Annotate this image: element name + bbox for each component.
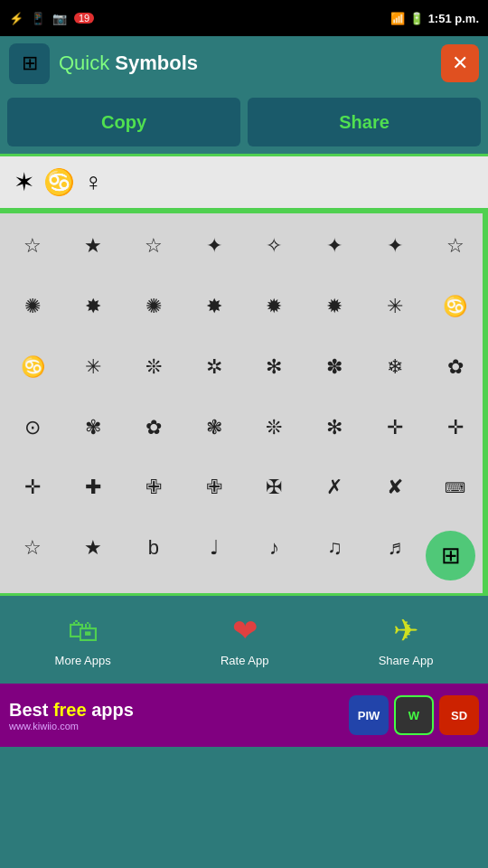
list-item[interactable]: ✸ <box>64 278 123 336</box>
list-item[interactable]: ❊ <box>125 338 183 397</box>
share-app-label: Share App <box>379 654 434 667</box>
list-item[interactable]: ♫ <box>305 519 364 578</box>
list-item[interactable]: ✻ <box>305 398 364 457</box>
list-item[interactable]: ♋ <box>426 278 484 336</box>
list-item[interactable]: ⌨ <box>426 458 484 517</box>
list-item[interactable]: ✠ <box>245 458 304 517</box>
symbol-preview: ✶ ♋ ♀ <box>0 154 488 208</box>
list-item[interactable]: ♬ <box>366 519 425 578</box>
list-item[interactable]: ★ <box>64 217 123 276</box>
list-item[interactable]: ✛ <box>4 458 62 517</box>
banner-text: Best free apps www.kiwiio.com <box>9 700 134 731</box>
preview-symbol-1: ✶ <box>14 167 34 197</box>
list-item[interactable]: ✸ <box>245 580 304 594</box>
list-item[interactable]: ✻ <box>245 338 304 397</box>
app-icon-symbol: ⊞ <box>22 52 38 75</box>
symbol-grid[interactable]: ☆ ★ ☆ ✦ ✧ ✦ ✦ ☆ ✺ ✸ ✺ ✸ ✹ ✹ ✳ ♋ ♋ ✳ ❊ ✲ … <box>0 213 488 593</box>
list-item[interactable]: ♋ <box>4 338 62 397</box>
time-display: 1:51 p.m. <box>428 12 479 25</box>
close-icon: ✕ <box>452 52 468 75</box>
symbol-grid-wrapper: ☆ ★ ☆ ✦ ✧ ✦ ✦ ☆ ✺ ✸ ✺ ✸ ✹ ✹ ✳ ♋ ♋ ✳ ❊ ✲ … <box>0 213 488 593</box>
list-item[interactable]: ☆ <box>426 217 484 276</box>
signal-icon: 📶 <box>390 12 405 25</box>
list-item[interactable]: ✸ <box>305 580 364 594</box>
share-button[interactable]: Share <box>248 98 481 146</box>
status-right: 📶 🔋 1:51 p.m. <box>390 12 479 25</box>
banner-main-text: Best free apps <box>9 700 134 721</box>
banner-app-sd[interactable]: SD <box>439 695 479 735</box>
list-item[interactable]: ✳ <box>64 338 123 397</box>
bottom-nav: 🛍 More Apps ❤ Rate App ✈ Share App <box>0 593 488 684</box>
scrollbar[interactable] <box>483 213 488 593</box>
list-item[interactable]: ✦ <box>184 217 243 276</box>
list-item[interactable]: ✗ <box>305 458 364 517</box>
list-item[interactable]: ✽ <box>305 338 364 397</box>
banner-app-piw[interactable]: PIW <box>349 695 389 735</box>
list-item[interactable]: ☆ <box>4 519 62 578</box>
title-quick: Quick <box>59 52 109 74</box>
list-item[interactable]: ❊ <box>245 398 304 457</box>
list-item[interactable]: ✶ <box>125 580 183 594</box>
list-item[interactable]: ✙ <box>125 458 183 517</box>
list-item[interactable]: ☆ <box>125 217 183 276</box>
list-item[interactable]: ✚ <box>64 458 123 517</box>
list-item[interactable]: ♪ <box>245 519 304 578</box>
battery-icon: 🔋 <box>409 12 424 25</box>
copy-button[interactable]: Copy <box>7 98 240 146</box>
banner-apps: apps <box>91 700 134 720</box>
header-left: ⊞ Quick Symbols <box>9 43 198 84</box>
banner-icons: PIW W SD <box>349 695 479 735</box>
list-item[interactable]: ✺ <box>4 278 62 336</box>
list-item[interactable]: ✿ <box>426 338 484 397</box>
preview-symbol-2: ♋ <box>43 167 75 197</box>
banner-sub-text: www.kiwiio.com <box>9 721 134 731</box>
share-app-button[interactable]: ✈ Share App <box>379 612 434 667</box>
banner-app-w[interactable]: W <box>394 695 434 735</box>
preview-symbol-3: ♀ <box>84 168 103 197</box>
plane-icon: ✈ <box>393 612 418 648</box>
app-icon: ⊞ <box>9 43 50 84</box>
list-item[interactable]: ✹ <box>245 278 304 336</box>
rate-app-label: Rate App <box>221 654 269 667</box>
list-item[interactable]: ✸ <box>184 278 243 336</box>
list-item[interactable]: ❃ <box>184 398 243 457</box>
list-item[interactable]: ☆ <box>4 217 62 276</box>
list-item[interactable]: ✸ <box>426 580 484 594</box>
status-bar: ⚡ 📱 📷 19 📶 🔋 1:51 p.m. <box>0 0 488 36</box>
list-item[interactable]: ✶ <box>64 580 123 594</box>
title-symbols: Symbols <box>109 52 198 74</box>
list-item[interactable]: b <box>125 519 183 578</box>
list-item[interactable]: ❄ <box>366 338 425 397</box>
list-item[interactable]: ✧ <box>245 217 304 276</box>
close-button[interactable]: ✕ <box>441 44 479 82</box>
banner-best: Best <box>9 700 53 720</box>
list-item[interactable]: ✙ <box>184 458 243 517</box>
list-item[interactable]: ✛ <box>366 398 425 457</box>
list-item[interactable]: ✿ <box>125 398 183 457</box>
banner[interactable]: Best free apps www.kiwiio.com PIW W SD <box>0 684 488 747</box>
list-item[interactable]: ✹ <box>305 278 364 336</box>
list-item[interactable]: ✘ <box>366 458 425 517</box>
list-item[interactable]: ✴ <box>4 580 62 594</box>
list-item[interactable]: ⊙ <box>4 398 62 457</box>
keyboard-icon: ⊞ <box>441 542 461 570</box>
sim-icon: 📱 <box>31 12 45 25</box>
list-item[interactable]: ★ <box>64 519 123 578</box>
list-item[interactable]: ✾ <box>64 398 123 457</box>
list-item[interactable]: ✦ <box>366 217 425 276</box>
list-item[interactable]: ✦ <box>305 217 364 276</box>
rate-app-button[interactable]: ❤ Rate App <box>221 612 269 667</box>
list-item[interactable]: ♩ <box>184 519 243 578</box>
buttons-row: Copy Share <box>0 90 488 154</box>
list-item[interactable]: ✳ <box>366 278 425 336</box>
list-item[interactable]: ✸ <box>366 580 425 594</box>
list-item[interactable]: ✲ <box>184 338 243 397</box>
keyboard-overlay-button[interactable]: ⊞ <box>426 531 475 580</box>
notification-badge: 19 <box>74 13 94 24</box>
more-apps-button[interactable]: 🛍 More Apps <box>55 613 111 667</box>
list-item[interactable]: ✶ <box>184 580 243 594</box>
list-item[interactable]: ✺ <box>125 278 183 336</box>
list-item[interactable]: ✛ <box>426 398 484 457</box>
banner-free: free <box>53 700 91 720</box>
header: ⊞ Quick Symbols ✕ <box>0 36 488 90</box>
